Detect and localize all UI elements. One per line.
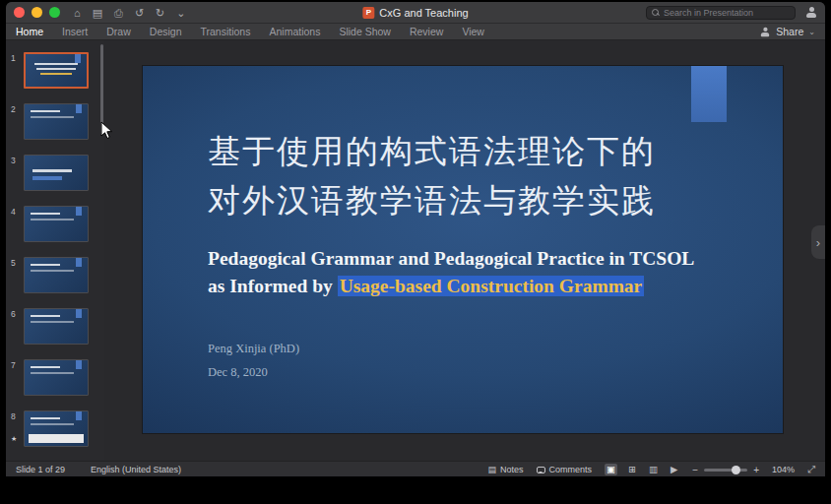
zoom-out-icon[interactable]: −: [692, 465, 698, 475]
save-icon[interactable]: ▤: [93, 2, 102, 24]
language-indicator[interactable]: English (United States): [91, 465, 181, 474]
share-person-icon: [760, 27, 770, 35]
home-icon[interactable]: ⌂: [74, 2, 81, 24]
thumbnail-row-4[interactable]: 4: [11, 206, 104, 242]
zoom-control: − +: [692, 465, 759, 475]
tab-design[interactable]: Design: [150, 26, 182, 37]
subtitle-line2: as Informed by Usage-based Construction …: [208, 273, 694, 300]
ribbon-tab-bar: Home Insert Draw Design Transitions Anim…: [6, 24, 825, 40]
slide-5-thumbnail[interactable]: [24, 257, 89, 293]
document-title: CxG and Teaching: [379, 7, 468, 19]
transition-star-icon: ★: [11, 435, 17, 443]
comments-icon: [537, 467, 545, 473]
slide-number: 5: [11, 257, 24, 293]
thumbnail-row-2[interactable]: 2: [11, 103, 104, 140]
slideshow-icon[interactable]: ▶: [669, 464, 679, 475]
slide-6-thumbnail[interactable]: [24, 308, 89, 345]
tab-insert[interactable]: Insert: [62, 26, 88, 37]
content-area: 1 2 3 4: [6, 40, 825, 461]
tab-slide-show[interactable]: Slide Show: [339, 26, 391, 37]
slide-number: 7: [11, 359, 24, 396]
reading-view-icon[interactable]: ▥: [647, 464, 660, 475]
decorative-rectangle: [691, 66, 727, 122]
right-panel-chevron[interactable]: ›: [811, 225, 825, 259]
document-title-group: P CxG and Teaching: [362, 7, 468, 19]
notes-icon: ▤: [487, 465, 496, 474]
tab-review[interactable]: Review: [410, 26, 443, 37]
thumbnail-row-6[interactable]: 6: [11, 308, 104, 345]
search-box[interactable]: [646, 6, 796, 20]
slide-number: 8 ★: [11, 410, 24, 447]
search-input[interactable]: [664, 8, 790, 18]
powerpoint-doc-icon: P: [362, 7, 374, 19]
tab-view[interactable]: View: [462, 26, 484, 37]
slide-number: 4: [11, 206, 24, 242]
subtitle-line1: Pedagogical Grammar and Pedagogical Prac…: [208, 245, 694, 273]
notes-button[interactable]: ▤ Notes: [487, 465, 523, 474]
slide-number: 1: [11, 52, 24, 89]
slide-3-thumbnail[interactable]: [24, 155, 89, 191]
slide-sorter-icon[interactable]: ⊞: [626, 464, 638, 475]
slide-author[interactable]: Peng Xinjia (PhD): [208, 342, 299, 356]
tab-transitions[interactable]: Transitions: [200, 26, 250, 37]
thumbnail-row-8[interactable]: 8 ★: [11, 410, 104, 447]
traffic-lights: [14, 7, 60, 18]
slide-7-thumbnail[interactable]: [24, 359, 89, 396]
powerpoint-window: ⌂ ▤ ⎙ ↺ ↻ ⌄ P CxG and Teaching Home Inse…: [6, 2, 825, 476]
normal-view-icon[interactable]: ▣: [605, 464, 617, 475]
slide-number: 6: [11, 308, 24, 345]
tab-draw[interactable]: Draw: [106, 26, 131, 37]
status-bar: Slide 1 of 29 English (United States) ▤ …: [6, 461, 825, 476]
minimize-button[interactable]: [32, 7, 42, 18]
chevron-down-icon: ⌄: [808, 28, 815, 36]
slide-editing-area: 基于使用的构式语法理论下的 对外汉语教学语法与教学实践 Pedagogical …: [104, 40, 825, 461]
slide-thumbnail-panel: 1 2 3 4: [6, 40, 104, 461]
tab-animations[interactable]: Animations: [269, 26, 320, 37]
slide-title[interactable]: 基于使用的构式语法理论下的 对外汉语教学语法与教学实践: [208, 127, 656, 225]
redo-icon[interactable]: ↻: [156, 2, 164, 24]
search-icon: [652, 9, 660, 17]
slide-2-thumbnail[interactable]: [24, 103, 89, 140]
zoom-percentage[interactable]: 104%: [772, 465, 795, 474]
slide-number: 3: [11, 155, 24, 191]
fit-to-window-icon[interactable]: ⤢: [807, 464, 815, 475]
comments-button[interactable]: Comments: [537, 465, 593, 474]
zoom-slider-knob[interactable]: [732, 466, 740, 474]
zoom-slider[interactable]: [704, 469, 747, 472]
share-label: Share: [776, 26, 803, 37]
slide-canvas[interactable]: 基于使用的构式语法理论下的 对外汉语教学语法与教学实践 Pedagogical …: [143, 66, 783, 433]
account-icon[interactable]: [805, 7, 817, 18]
slide-1-thumbnail[interactable]: [24, 52, 89, 89]
undo-icon[interactable]: ↺: [135, 2, 144, 24]
share-button[interactable]: Share ⌄: [759, 26, 815, 37]
slide-title-line2: 对外汉语教学语法与教学实践: [208, 176, 656, 225]
thumbnail-row-3[interactable]: 3: [11, 155, 104, 191]
view-switcher: ▣ ⊞ ▥ ▶: [605, 464, 679, 475]
slide-counter: Slide 1 of 29: [16, 465, 65, 474]
slide-8-thumbnail[interactable]: [24, 410, 89, 447]
slide-4-thumbnail[interactable]: [24, 206, 89, 242]
thumbnail-row-5[interactable]: 5: [11, 257, 104, 293]
print-icon[interactable]: ⎙: [114, 2, 123, 24]
title-bar: ⌂ ▤ ⎙ ↺ ↻ ⌄ P CxG and Teaching: [6, 2, 825, 24]
zoom-window-button[interactable]: [49, 7, 60, 18]
highlighted-text: Usage-based Construction Grammar: [338, 276, 645, 296]
customize-toolbar-icon[interactable]: ⌄: [176, 2, 185, 24]
quick-access-toolbar: ⌂ ▤ ⎙ ↺ ↻ ⌄: [74, 2, 186, 24]
zoom-in-icon[interactable]: +: [753, 465, 759, 475]
thumbnail-scrollbar[interactable]: [100, 44, 103, 135]
slide-date[interactable]: Dec 8, 2020: [208, 365, 268, 380]
slide-subtitle[interactable]: Pedagogical Grammar and Pedagogical Prac…: [208, 245, 694, 299]
slide-title-line1: 基于使用的构式语法理论下的: [208, 127, 656, 176]
slide-number: 2: [11, 103, 24, 140]
close-button[interactable]: [14, 7, 25, 18]
thumbnail-row-1[interactable]: 1: [11, 52, 104, 89]
tab-home[interactable]: Home: [16, 26, 43, 37]
thumbnail-row-7[interactable]: 7: [11, 359, 104, 396]
